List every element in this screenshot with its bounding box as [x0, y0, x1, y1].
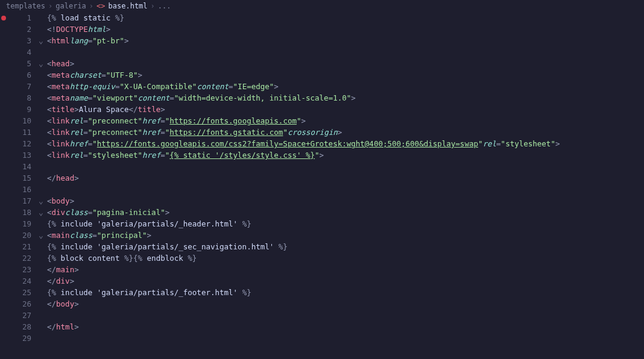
- code-line[interactable]: [46, 310, 644, 321]
- breadcrumb[interactable]: templates › galeria › <> base.html › ...: [0, 0, 644, 12]
- breakpoint-slot[interactable]: [0, 23, 7, 35]
- breakpoint-slot[interactable]: [0, 184, 7, 195]
- code-line[interactable]: </head>: [46, 172, 644, 184]
- chevron-down-icon[interactable]: ⌄: [39, 208, 43, 217]
- code-line[interactable]: <head>: [46, 58, 644, 69]
- breakpoint-slot[interactable]: [0, 161, 7, 172]
- breakpoint-slot[interactable]: [0, 12, 7, 23]
- breakpoint-slot[interactable]: [0, 138, 7, 149]
- line-number[interactable]: 11: [7, 126, 31, 138]
- fold-toggle[interactable]: [36, 138, 46, 149]
- breakpoint-slot[interactable]: [0, 332, 7, 344]
- line-number[interactable]: 19: [7, 218, 31, 229]
- line-number[interactable]: 22: [7, 252, 31, 264]
- breakpoint-slot[interactable]: [0, 321, 7, 332]
- line-number[interactable]: 5: [7, 58, 31, 69]
- code-line[interactable]: {% include 'galeria/partials/_header.htm…: [46, 218, 644, 229]
- breakpoint-slot[interactable]: [0, 126, 7, 138]
- breakpoint-slot[interactable]: [0, 275, 7, 287]
- breakpoint-slot[interactable]: [0, 298, 7, 310]
- breakpoint-slot[interactable]: [0, 252, 7, 264]
- fold-toggle[interactable]: [36, 287, 46, 298]
- line-number[interactable]: 12: [7, 138, 31, 149]
- fold-gutter[interactable]: ⌄⌄⌄⌄⌄: [36, 12, 46, 344]
- fold-toggle[interactable]: ⌄: [36, 207, 46, 218]
- fold-toggle[interactable]: [36, 184, 46, 195]
- code-line[interactable]: <link rel="preconnect" href="https://fon…: [46, 126, 644, 138]
- line-number[interactable]: 6: [7, 69, 31, 81]
- line-number-gutter[interactable]: 1234567891011121314151617181920212223242…: [7, 12, 36, 344]
- line-number[interactable]: 25: [7, 287, 31, 298]
- line-number[interactable]: 7: [7, 81, 31, 92]
- fold-toggle[interactable]: ⌄: [36, 195, 46, 207]
- line-number[interactable]: 10: [7, 115, 31, 126]
- code-line[interactable]: </body>: [46, 298, 644, 310]
- code-line[interactable]: {% load static %}: [46, 12, 644, 23]
- code-line[interactable]: {% include 'galeria/partials/_footer.htm…: [46, 287, 644, 298]
- breadcrumb-part[interactable]: galeria: [55, 2, 86, 10]
- line-number[interactable]: 2: [7, 23, 31, 35]
- fold-toggle[interactable]: [36, 46, 46, 58]
- line-number[interactable]: 13: [7, 149, 31, 161]
- fold-toggle[interactable]: [36, 126, 46, 138]
- fold-toggle[interactable]: [36, 310, 46, 321]
- line-number[interactable]: 20: [7, 229, 31, 241]
- code-line[interactable]: <link href="https://fonts.googleapis.com…: [46, 138, 644, 149]
- fold-toggle[interactable]: [36, 104, 46, 115]
- breakpoint-slot[interactable]: [0, 46, 7, 58]
- chevron-down-icon[interactable]: ⌄: [39, 196, 43, 205]
- line-number[interactable]: 24: [7, 275, 31, 287]
- fold-toggle[interactable]: [36, 241, 46, 252]
- code-line[interactable]: [46, 161, 644, 172]
- fold-toggle[interactable]: [36, 23, 46, 35]
- line-number[interactable]: 26: [7, 298, 31, 310]
- line-number[interactable]: 1: [7, 12, 31, 23]
- code-line[interactable]: [46, 46, 644, 58]
- fold-toggle[interactable]: [36, 275, 46, 287]
- code-line[interactable]: <title>Alura Space</title>: [46, 104, 644, 115]
- fold-toggle[interactable]: [36, 69, 46, 81]
- breakpoint-slot[interactable]: [0, 104, 7, 115]
- code-line[interactable]: <html lang="pt-br">: [46, 35, 644, 46]
- breakpoint-slot[interactable]: [0, 81, 7, 92]
- code-line[interactable]: <main class="principal">: [46, 229, 644, 241]
- chevron-down-icon[interactable]: ⌄: [39, 36, 43, 45]
- code-line[interactable]: [46, 332, 644, 344]
- breakpoint-slot[interactable]: [0, 92, 7, 104]
- line-number[interactable]: 17: [7, 195, 31, 207]
- fold-toggle[interactable]: [36, 92, 46, 104]
- fold-toggle[interactable]: [36, 218, 46, 229]
- breakpoint-slot[interactable]: [0, 35, 7, 46]
- breakpoint-slot[interactable]: [0, 218, 7, 229]
- code-line[interactable]: <!DOCTYPE html>: [46, 23, 644, 35]
- breadcrumb-file[interactable]: base.html: [109, 2, 148, 10]
- chevron-down-icon[interactable]: ⌄: [39, 59, 43, 68]
- breakpoint-slot[interactable]: [0, 69, 7, 81]
- fold-toggle[interactable]: [36, 115, 46, 126]
- fold-toggle[interactable]: [36, 264, 46, 275]
- code-line[interactable]: <link rel="stylesheet" href="{% static '…: [46, 149, 644, 161]
- line-number[interactable]: 8: [7, 92, 31, 104]
- line-number[interactable]: 4: [7, 46, 31, 58]
- breakpoint-icon[interactable]: [1, 16, 6, 20]
- code-line[interactable]: </main>: [46, 264, 644, 275]
- chevron-down-icon[interactable]: ⌄: [39, 231, 43, 240]
- breakpoint-slot[interactable]: [0, 264, 7, 275]
- line-number[interactable]: 29: [7, 332, 31, 344]
- fold-toggle[interactable]: [36, 298, 46, 310]
- breakpoint-slot[interactable]: [0, 207, 7, 218]
- fold-toggle[interactable]: [36, 12, 46, 23]
- code-line[interactable]: <link rel="preconnect" href="https://fon…: [46, 115, 644, 126]
- breadcrumb-ellipsis[interactable]: ...: [158, 2, 171, 10]
- breakpoint-slot[interactable]: [0, 149, 7, 161]
- line-number[interactable]: 3: [7, 35, 31, 46]
- fold-toggle[interactable]: [36, 172, 46, 184]
- code-editor[interactable]: 1234567891011121314151617181920212223242…: [0, 12, 644, 344]
- breakpoint-slot[interactable]: [0, 58, 7, 69]
- fold-toggle[interactable]: [36, 161, 46, 172]
- breakpoint-slot[interactable]: [0, 195, 7, 207]
- code-line[interactable]: <meta http-equiv="X-UA-Compatible" conte…: [46, 81, 644, 92]
- code-line[interactable]: <meta charset="UTF-8">: [46, 69, 644, 81]
- code-line[interactable]: </div>: [46, 275, 644, 287]
- fold-toggle[interactable]: [36, 321, 46, 332]
